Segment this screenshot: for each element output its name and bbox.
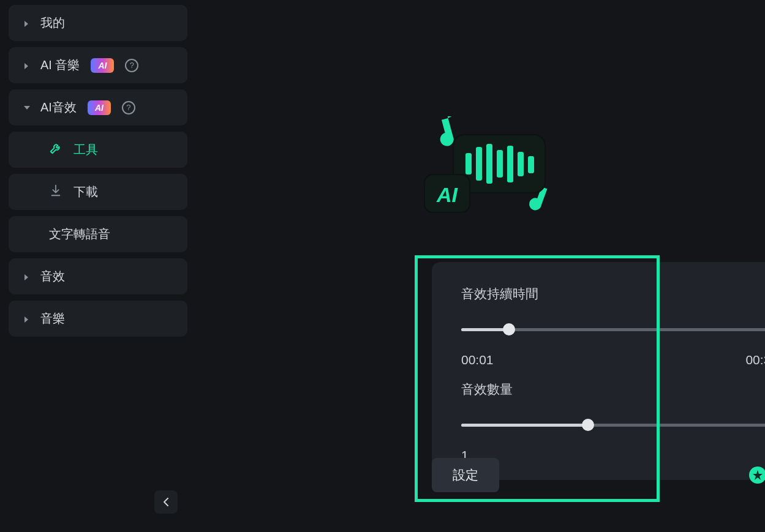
settings-button[interactable]: 設定 <box>432 458 499 492</box>
svg-rect-6 <box>518 152 524 176</box>
ai-sfx-hero-icon: AI <box>395 116 567 235</box>
sidebar-item-label: AI音效 <box>40 99 77 116</box>
sidebar-item-label: 我的 <box>40 15 65 31</box>
chevron-right-icon <box>23 316 29 322</box>
duration-slider[interactable] <box>461 328 765 331</box>
svg-text:AI: AI <box>436 183 459 206</box>
sidebar-item-label: 音樂 <box>40 310 65 327</box>
svg-rect-7 <box>528 156 534 173</box>
slider-handle[interactable] <box>582 419 594 431</box>
sidebar-sub-download[interactable]: 下載 <box>9 174 187 210</box>
wrench-icon <box>49 141 62 158</box>
unlimited-badge: 無限制 ? <box>749 466 765 484</box>
sidebar-sub-tools[interactable]: 工具 <box>9 132 187 168</box>
duration-max: 00:30 <box>745 353 765 367</box>
ai-badge: AI <box>88 100 111 115</box>
ai-badge: AI <box>91 58 114 73</box>
sidebar-sub-label: 下載 <box>73 184 98 200</box>
svg-rect-4 <box>497 150 503 178</box>
chevron-right-icon <box>23 274 29 280</box>
sidebar-item-ai-sfx[interactable]: AI音效 AI ? <box>9 89 187 126</box>
settings-panel: 音效持續時間 00:05 00:01 00:30 音效數量 3 <box>432 262 765 480</box>
svg-rect-1 <box>465 153 472 174</box>
svg-rect-3 <box>486 144 492 184</box>
sidebar-sub-tts[interactable]: 文字轉語音 <box>9 216 187 252</box>
count-label: 音效數量 <box>461 381 765 398</box>
count-slider[interactable] <box>461 424 765 427</box>
help-icon[interactable]: ? <box>125 59 138 72</box>
unlimited-icon <box>749 466 765 484</box>
svg-rect-5 <box>507 146 513 182</box>
sidebar-item-sfx[interactable]: 音效 <box>9 258 187 294</box>
slider-handle[interactable] <box>503 323 515 335</box>
chevron-right-icon <box>23 62 29 69</box>
sidebar-item-mine[interactable]: 我的 <box>9 5 187 41</box>
main-area: AI 音效持續時間 00:05 00:01 00:30 音效數量 <box>196 0 765 532</box>
chevron-down-icon <box>23 105 29 111</box>
sidebar-item-ai-music[interactable]: AI 音樂 AI ? <box>9 47 187 83</box>
sidebar-collapse-button[interactable] <box>154 490 178 514</box>
sidebar-item-music[interactable]: 音樂 <box>9 301 187 337</box>
sidebar-sub-label: 文字轉語音 <box>49 226 110 242</box>
chevron-right-icon <box>23 20 29 26</box>
sidebar-sub-label: 工具 <box>73 141 98 158</box>
svg-rect-2 <box>476 147 482 181</box>
sidebar-item-label: AI 音樂 <box>40 57 80 73</box>
footer-row: 設定 無限制 ? 產生 <box>432 458 765 492</box>
sidebar-item-label: 音效 <box>40 268 65 285</box>
help-icon[interactable]: ? <box>122 101 135 114</box>
duration-label: 音效持續時間 <box>461 285 765 302</box>
download-icon <box>49 184 62 200</box>
duration-min: 00:01 <box>461 353 494 367</box>
sidebar: 我的 AI 音樂 AI ? AI音效 AI ? 工具 下載 文字轉語音 <box>0 0 196 532</box>
